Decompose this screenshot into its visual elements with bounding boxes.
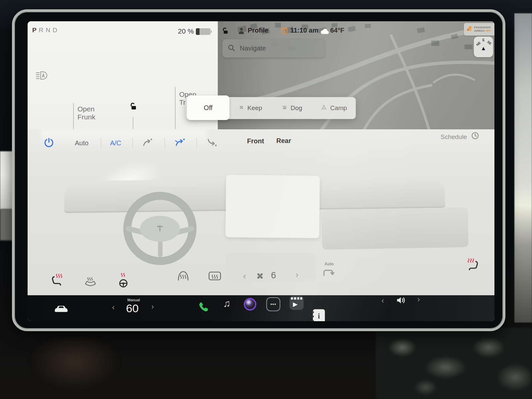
fan-increase-button[interactable]: › — [296, 270, 299, 279]
battery-icon — [196, 28, 210, 35]
auto-headlight-icon[interactable] — [35, 70, 49, 82]
trunk-leader-line — [175, 87, 176, 129]
phone-app-icon[interactable] — [197, 301, 210, 315]
vent-face-floor-icon-selected[interactable] — [174, 137, 187, 149]
theater-app-icon[interactable]: ▶ — [290, 296, 304, 310]
fan-icon — [254, 270, 266, 283]
overheat-option-off[interactable]: Off — [187, 95, 229, 120]
heated-wipers-button[interactable] — [83, 276, 97, 290]
front-tab[interactable]: Front — [247, 137, 264, 145]
temp-mode-label: Manual — [127, 298, 140, 302]
climate-auto-button[interactable]: Auto — [75, 139, 88, 147]
outside-temp: 64°F — [330, 27, 344, 34]
temp-increase-button[interactable]: › — [151, 302, 154, 311]
info-glyph: i — [318, 312, 320, 321]
car-interior-photo: PRND 20 % Open Frunk Open Tr — [0, 0, 532, 399]
gear-d[interactable]: D — [53, 27, 60, 34]
speaker-icon[interactable] — [395, 295, 408, 307]
ac-button[interactable]: A/C — [110, 139, 121, 147]
compass-widget[interactable]: NE E SE ▲ — [474, 37, 493, 57]
frunk-leader-line-2 — [133, 117, 133, 129]
recirculation-button[interactable] — [322, 267, 335, 279]
fan-decrease-button[interactable]: ‹ — [243, 272, 246, 280]
tesla-touchscreen: PRND 20 % Open Frunk Open Tr — [12, 9, 505, 331]
climate-panel: Auto A/C Front Rear Schedule — [28, 129, 494, 295]
compass-se: SE — [486, 40, 492, 46]
music-app-icon[interactable]: ♫ — [223, 298, 231, 309]
front-defrost-button[interactable] — [177, 270, 190, 284]
heading-arrow-icon: ▲ — [481, 45, 486, 52]
gear-indicator[interactable]: PRND — [32, 27, 60, 34]
overheat-option-camp[interactable]: Camp — [320, 104, 347, 112]
steering-wheel-illustration — [123, 192, 197, 265]
navigate-search-bar[interactable] — [222, 39, 325, 58]
airbag-line1: PASSENGER — [474, 26, 491, 29]
tesla-logo — [140, 216, 180, 242]
dog-label: Dog — [291, 104, 302, 112]
keep-label: Keep — [247, 104, 262, 112]
left-door-trim — [0, 209, 13, 240]
volume-up-button[interactable]: › — [417, 295, 420, 304]
unlock-icon — [128, 102, 137, 112]
open-frunk-button[interactable]: Open Frunk — [77, 105, 95, 121]
profile-person-icon[interactable] — [237, 27, 246, 37]
owners-manual-app-icon[interactable]: i — [313, 309, 325, 321]
frunk-leader-line — [73, 103, 74, 129]
fan-speed-value: 6 — [271, 270, 276, 281]
camera-lens-app-icon[interactable] — [244, 298, 256, 311]
gear-r[interactable]: R — [39, 27, 46, 34]
windshield-foliage-shadow — [376, 328, 532, 399]
tent-icon — [320, 104, 328, 112]
divider — [101, 138, 101, 148]
screen: PRND 20 % Open Frunk Open Tr — [28, 21, 494, 321]
car-controls-button[interactable] — [54, 304, 69, 315]
temp-decrease-button[interactable]: ‹ — [112, 303, 115, 312]
more-apps-button[interactable]: ••• — [266, 297, 280, 311]
cabin-overheat-protection-bar: Off Keep Dog Camp — [186, 97, 356, 119]
driver-seat-heater-button[interactable] — [50, 273, 65, 290]
schedule-label[interactable]: Schedule — [441, 133, 467, 141]
seat-shadow — [27, 337, 123, 399]
airbag-line2: AIRBAG — [474, 29, 485, 32]
status-row: Profile 11:10 am 64°F — [218, 26, 494, 38]
battery-percent: 20 % — [178, 27, 194, 35]
schedule-clock-icon[interactable] — [470, 131, 480, 142]
profile-label[interactable]: Profile — [248, 27, 268, 34]
recirc-auto-label: Auto — [325, 262, 333, 266]
vent-floor-icon[interactable] — [206, 136, 218, 149]
alarm-clock-icon — [280, 26, 289, 37]
play-icon: ▶ — [293, 301, 298, 308]
paw-icon — [281, 104, 288, 112]
camp-label: Camp — [330, 104, 347, 112]
compass-e: E — [482, 38, 485, 42]
airbag-warning-icon — [466, 25, 472, 33]
overheat-option-keep[interactable]: Keep — [238, 104, 262, 112]
right-window-light — [514, 13, 532, 323]
open-frunk-line1: Open — [77, 105, 95, 113]
search-icon — [227, 44, 236, 54]
clock-time: 11:10 am — [290, 27, 319, 34]
left-window-light — [0, 151, 13, 209]
illustrated-center-screen — [225, 175, 320, 238]
app-launcher-dock: ‹ Manual 60 › ♫ ••• ▶ i — [28, 295, 494, 321]
volume-down-button[interactable]: ‹ — [381, 296, 384, 305]
navigate-input[interactable] — [239, 44, 312, 53]
open-frunk-line2: Frunk — [77, 113, 95, 121]
keep-climate-icon — [238, 104, 245, 112]
lock-open-icon[interactable] — [220, 27, 229, 37]
divider — [132, 138, 133, 148]
gear-n[interactable]: N — [46, 27, 53, 34]
climate-power-button[interactable] — [44, 137, 54, 149]
heated-steering-wheel-button[interactable] — [117, 272, 130, 290]
overheat-option-dog[interactable]: Dog — [281, 104, 302, 112]
airbag-state: OFF — [485, 29, 491, 32]
divider — [197, 138, 197, 148]
passenger-airbag-badge: PASSENGER AIRBAG OFF — [464, 23, 494, 36]
weather-cloud-icon — [320, 28, 330, 36]
dashboard-right — [322, 207, 468, 250]
passenger-seat-heater-button[interactable] — [466, 258, 480, 274]
gear-p[interactable]: P — [32, 27, 39, 34]
rear-tab[interactable]: Rear — [276, 137, 291, 145]
temp-value[interactable]: 60 — [126, 302, 139, 315]
rear-defrost-button[interactable] — [208, 270, 222, 283]
